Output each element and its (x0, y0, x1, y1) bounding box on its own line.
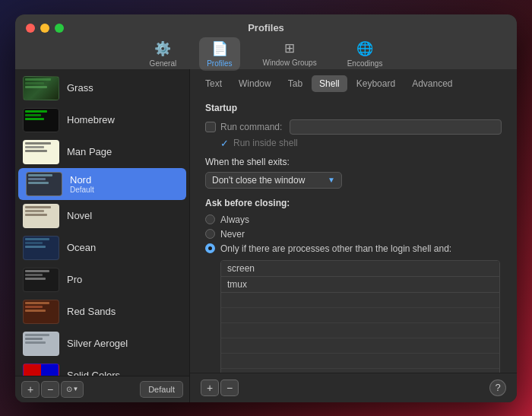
profile-info-novel: Novel (67, 210, 92, 221)
profile-list: Grass Homebrew (15, 69, 189, 376)
profile-name-manpage: Man Page (67, 146, 112, 157)
profile-info-redsands: Red Sands (67, 306, 116, 317)
run-inside-shell-row: ✓ Run inside shell (205, 138, 502, 149)
add-process-button[interactable]: + (201, 379, 219, 396)
select-arrow-icon: ▼ (328, 176, 335, 184)
startup-section-title: Startup (205, 103, 502, 113)
run-command-row: Run command: (205, 119, 502, 135)
profile-name-grass: Grass (67, 82, 93, 94)
ask-before-closing-section: Ask before closing: Always Never Only (205, 198, 502, 373)
tab-text[interactable]: Text (198, 75, 230, 92)
profile-item-nord[interactable]: Nord Default (18, 168, 186, 200)
process-empty-5 (221, 354, 499, 369)
window-title: Profiles (248, 22, 284, 33)
radio-never-row: Never (205, 229, 502, 240)
process-list: screen tmux (220, 260, 500, 373)
shell-exits-dropdown[interactable]: Don't close the window ▼ (205, 172, 502, 189)
profile-item-grass[interactable]: Grass (15, 72, 189, 104)
profile-info-ocean: Ocean (67, 242, 96, 253)
remove-process-button[interactable]: − (220, 379, 239, 396)
profile-name-redsands: Red Sands (67, 306, 116, 317)
shell-exits-label: When the shell exits: (205, 157, 502, 167)
toolbar-profiles[interactable]: 📄 Profiles (199, 37, 239, 71)
ask-before-closing-title: Ask before closing: (205, 198, 502, 208)
titlebar: Profiles ⚙️ General 📄 Profiles ⊞ Window … (15, 14, 517, 69)
profile-info-silveraerogel: Silver Aerogel (67, 338, 128, 349)
tab-tab[interactable]: Tab (280, 75, 310, 92)
profile-item-homebrew[interactable]: Homebrew (15, 104, 189, 136)
help-button[interactable]: ? (489, 379, 506, 396)
radio-always-row: Always (205, 214, 502, 225)
window-groups-icon: ⊞ (284, 40, 295, 56)
process-empty-4 (221, 338, 499, 354)
tab-shell[interactable]: Shell (312, 75, 347, 92)
minimize-button[interactable] (40, 24, 49, 33)
profile-thumb-ocean (23, 236, 59, 260)
process-empty-1 (221, 293, 499, 308)
profile-item-pro[interactable]: Pro (15, 264, 189, 296)
profile-item-novel[interactable]: Novel (15, 200, 189, 232)
radio-only-if-row: Only if there are processes other than t… (205, 243, 502, 254)
set-default-button[interactable]: Default (140, 381, 183, 398)
profile-item-solidcolors[interactable]: Solid Colors (15, 360, 189, 376)
profile-item-manpage[interactable]: Man Page (15, 136, 189, 168)
tab-advanced[interactable]: Advanced (404, 75, 460, 92)
toolbar: ⚙️ General 📄 Profiles ⊞ Window Groups 🌐 … (142, 33, 391, 77)
tab-keyboard[interactable]: Keyboard (349, 75, 403, 92)
panel-content: Startup Run command: ✓ Run inside shell … (190, 92, 517, 373)
profile-info-solidcolors: Solid Colors (67, 370, 120, 376)
shell-exits-section: When the shell exits: Don't close the wi… (205, 157, 502, 189)
profile-info-manpage: Man Page (67, 146, 112, 157)
right-panel: Text Window Tab Shell Keyboard Advanced … (190, 69, 517, 402)
radio-never[interactable] (205, 229, 215, 239)
run-command-checkbox[interactable] (205, 122, 216, 132)
profile-name-solidcolors: Solid Colors (67, 370, 120, 376)
profile-thumb-nord (26, 172, 62, 196)
shell-exits-select[interactable]: Don't close the window ▼ (205, 172, 342, 189)
encodings-label: Encodings (347, 59, 383, 68)
run-command-input[interactable] (290, 119, 502, 135)
profile-thumb-solidcolors (23, 364, 59, 376)
toolbar-window-groups[interactable]: ⊞ Window Groups (255, 37, 325, 71)
profile-thumb-silveraerogel (23, 332, 59, 356)
shell-exits-value: Don't close the window (212, 175, 305, 186)
profiles-label: Profiles (207, 59, 232, 68)
process-empty-2 (221, 308, 499, 323)
profile-item-redsands[interactable]: Red Sands (15, 296, 189, 328)
toolbar-encodings[interactable]: 🌐 Encodings (340, 37, 391, 71)
add-profile-button[interactable]: + (21, 381, 40, 398)
bottom-left: + − (201, 379, 239, 396)
profile-action-dropdown[interactable]: ⊙ ▼ (61, 381, 84, 398)
gear-icon: ⊙ (66, 385, 72, 393)
radio-group: Always Never Only if there are processes… (205, 214, 502, 254)
radio-always[interactable] (205, 214, 215, 224)
sidebar-bottom: + − ⊙ ▼ Default (15, 376, 189, 402)
profiles-icon: 📄 (211, 40, 228, 57)
chevron-icon: ▼ (73, 386, 79, 392)
profile-name-nord: Nord (70, 174, 94, 186)
zoom-button[interactable] (55, 24, 64, 33)
profile-thumb-redsands (23, 300, 59, 324)
process-empty-3 (221, 323, 499, 338)
profile-thumb-homebrew (23, 108, 59, 132)
profile-item-silveraerogel[interactable]: Silver Aerogel (15, 328, 189, 360)
encodings-icon: 🌐 (356, 40, 373, 57)
profile-name-silveraerogel: Silver Aerogel (67, 338, 128, 349)
close-button[interactable] (26, 24, 35, 33)
remove-profile-button[interactable]: − (41, 381, 59, 398)
profile-name-pro: Pro (67, 274, 82, 285)
profile-name-homebrew: Homebrew (67, 114, 115, 125)
toolbar-general[interactable]: ⚙️ General (142, 37, 185, 71)
profile-item-ocean[interactable]: Ocean (15, 232, 189, 264)
process-screen: screen (221, 261, 499, 277)
tab-window[interactable]: Window (231, 75, 279, 92)
profile-thumb-novel (23, 204, 59, 228)
radio-only-if[interactable] (205, 243, 215, 253)
profile-info-grass: Grass (67, 82, 93, 94)
general-icon: ⚙️ (154, 40, 171, 57)
profile-thumb-manpage (23, 140, 59, 164)
bottom-bar: + − ? (190, 373, 517, 402)
profile-default-nord: Default (70, 186, 94, 194)
main-content: Grass Homebrew (15, 69, 517, 402)
profile-name-ocean: Ocean (67, 242, 96, 253)
